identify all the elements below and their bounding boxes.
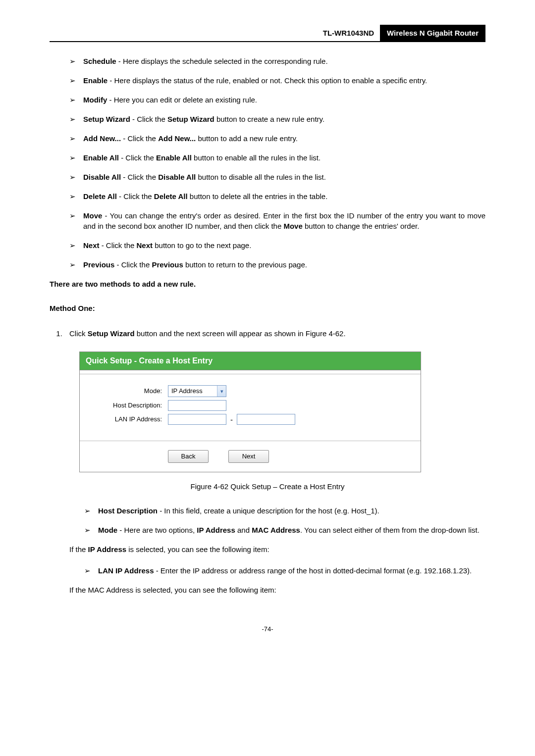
desc: - Here you can edit or delete an existin… — [107, 96, 257, 104]
list-item: Schedule - Here displays the schedule se… — [69, 56, 485, 66]
inline-bold: Move — [283, 222, 302, 230]
term: Modify — [83, 96, 107, 104]
lan-ip-input-start[interactable] — [168, 414, 226, 425]
desc: button to disable all the rules in the l… — [196, 173, 326, 181]
figure-footer: Back Next — [80, 441, 421, 472]
page-header: TL-WR1043ND Wireless N Gigabit Router — [50, 25, 485, 42]
desc: button to add a new rule entry. — [196, 134, 298, 143]
term: Setup Wizard — [83, 115, 130, 123]
term: Mode — [98, 526, 117, 534]
desc: - Click the — [130, 115, 167, 123]
list-item: Mode - Here are two options, IP Address … — [84, 525, 485, 535]
definition-list-2: Host Description - In this field, create… — [50, 505, 485, 535]
form-row-lan-ip: LAN IP Address: - — [89, 414, 412, 425]
list-item: Next - Click the Next button to go to th… — [69, 240, 485, 251]
text: If the — [69, 545, 88, 554]
list-item: Previous - Click the Previous button to … — [69, 259, 485, 270]
term: Next — [83, 241, 100, 250]
lan-ip-input-end[interactable] — [237, 414, 295, 425]
step-list: Click Setup Wizard button and the next s… — [50, 328, 485, 339]
desc: button to go to the next page. — [153, 241, 251, 250]
desc: - Here displays the schedule selected in… — [116, 57, 328, 65]
list-item: Enable All - Click the Enable All button… — [69, 152, 485, 163]
chevron-down-icon: ▾ — [217, 386, 226, 397]
inline-bold: Disable All — [158, 173, 196, 181]
step-text: Click — [69, 329, 88, 338]
mode-select-value: IP Address — [171, 387, 203, 396]
step-text: button and the next screen will appear a… — [135, 329, 346, 338]
lan-ip-label: LAN IP Address: — [89, 415, 168, 424]
mac-selected-paragraph: If the MAC Address is selected, you can … — [69, 585, 485, 595]
figure-caption: Figure 4-62 Quick Setup – Create a Host … — [50, 481, 485, 492]
term: Delete All — [83, 192, 117, 201]
host-desc-label: Host Description: — [89, 401, 168, 410]
list-item: Move - You can change the entry's order … — [69, 210, 485, 231]
desc: - Click the — [100, 241, 137, 250]
inline-bold: IP Address — [88, 545, 127, 554]
desc: - Click the — [123, 134, 158, 143]
inline-bold: Delete All — [154, 192, 188, 201]
definition-list-3: LAN IP Address - Enter the IP address or… — [50, 565, 485, 576]
desc: - In this field, create a unique descrip… — [158, 506, 379, 515]
back-button-label: Back — [181, 452, 196, 461]
next-button[interactable]: Next — [228, 450, 269, 463]
list-item: Delete All - Click the Delete All button… — [69, 191, 485, 202]
desc: - Here are two options, — [117, 526, 197, 534]
host-desc-input[interactable] — [168, 400, 226, 411]
desc: button to delete all the entries in the … — [188, 192, 328, 201]
list-item: Enable - Here displays the status of the… — [69, 75, 485, 86]
mode-select[interactable]: IP Address ▾ — [168, 385, 226, 397]
list-item: Host Description - In this field, create… — [84, 505, 485, 516]
ip-selected-paragraph: If the IP Address is selected, you can s… — [69, 544, 485, 554]
desc: button to change the entries' order. — [303, 222, 420, 230]
term: LAN IP Address — [98, 566, 154, 575]
figure-body: Mode: IP Address ▾ Host Description: LAN… — [80, 374, 421, 441]
term: Move — [83, 211, 102, 220]
list-item: LAN IP Address - Enter the IP address or… — [84, 565, 485, 576]
term: Enable — [83, 76, 107, 85]
form-row-host-desc: Host Description: — [89, 400, 412, 411]
desc: - Here displays the status of the rule, … — [107, 76, 427, 85]
term: Previous — [83, 260, 114, 269]
product-label: Wireless N Gigabit Router — [380, 25, 485, 41]
figure-spacer — [80, 370, 421, 374]
desc: and — [235, 526, 252, 534]
inline-bold: IP Address — [197, 526, 235, 534]
back-button[interactable]: Back — [168, 450, 209, 463]
figure-quick-setup: Quick Setup - Create a Host Entry Mode: … — [79, 352, 421, 472]
section-intro: There are two methods to add a new rule. — [50, 279, 485, 289]
method-one-heading: Method One: — [50, 303, 485, 313]
inline-bold: Enable All — [156, 153, 192, 162]
next-button-label: Next — [242, 452, 256, 461]
term: Add New... — [83, 134, 123, 143]
desc: - Enter the IP address or address range … — [154, 566, 472, 575]
text: is selected, you can see the following i… — [126, 545, 269, 554]
step-item: Click Setup Wizard button and the next s… — [64, 328, 485, 339]
list-item: Add New... - Click the Add New... button… — [69, 133, 485, 144]
desc: button to enable all the rules in the li… — [192, 153, 321, 162]
inline-bold: Add New... — [158, 134, 196, 143]
desc: - Click the — [121, 173, 158, 181]
term: Host Description — [98, 506, 158, 515]
list-item: Disable All - Click the Disable All butt… — [69, 172, 485, 182]
inline-bold: MAC Address — [252, 526, 300, 534]
desc: button to create a new rule entry. — [214, 115, 324, 123]
term: Disable All — [83, 173, 121, 181]
term: Enable All — [83, 153, 119, 162]
list-item: Modify - Here you can edit or delete an … — [69, 95, 485, 105]
inline-bold: Setup Wizard — [167, 115, 214, 123]
desc: - Click the — [117, 192, 154, 201]
inline-bold: Next — [137, 241, 153, 250]
form-row-mode: Mode: IP Address ▾ — [89, 385, 412, 397]
list-item: Setup Wizard - Click the Setup Wizard bu… — [69, 114, 485, 124]
model-label: TL-WR1043ND — [317, 25, 380, 41]
desc: - Click the — [119, 153, 156, 162]
definition-list-1: Schedule - Here displays the schedule se… — [50, 56, 485, 270]
desc: button to return to the previous page. — [183, 260, 307, 269]
desc: . You can select either of them from the… — [300, 526, 480, 534]
term: Schedule — [83, 57, 116, 65]
inline-bold: Setup Wizard — [88, 329, 135, 338]
ip-range-separator: - — [230, 414, 233, 425]
page-number: -74- — [50, 625, 485, 634]
mode-label: Mode: — [89, 387, 168, 396]
